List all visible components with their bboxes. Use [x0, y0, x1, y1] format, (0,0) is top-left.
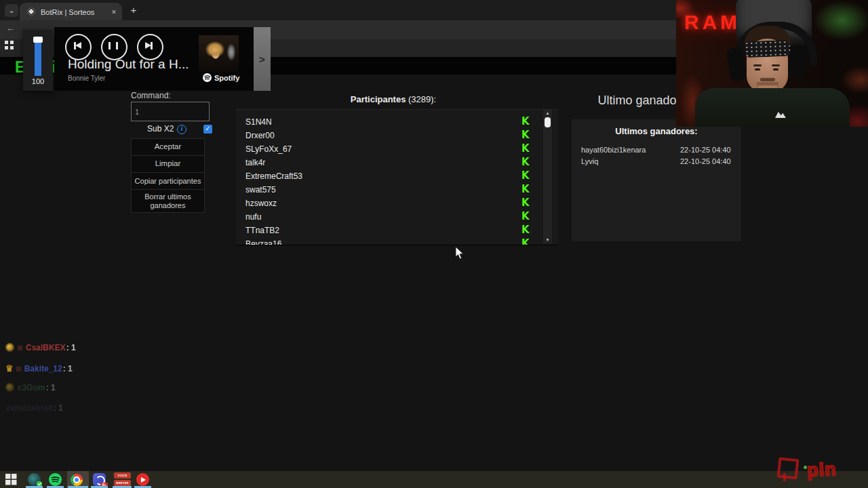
table-row: Lyviq 22-10-25 04:40 — [572, 157, 741, 167]
chat-username: CsalBKEX — [26, 343, 66, 352]
spotify-player-widget: Holding Out for a H... Bonnie Tyler Spot… — [54, 27, 254, 91]
tab-close-icon[interactable]: ✕ — [109, 7, 119, 17]
voicemeeter-taskbar-icon[interactable]: VOICE MEETER — [114, 472, 131, 487]
kick-icon: K — [521, 210, 530, 223]
track-title: Holding Out for a H... — [68, 57, 189, 72]
tab-title: BotRix | Sorteos — [41, 8, 94, 16]
kick-icon: K — [521, 183, 530, 196]
list-item: nufuK — [236, 210, 558, 224]
sub-badge-icon — [16, 367, 21, 371]
command-label: Command: — [131, 91, 171, 100]
chat-username: c3Gum — [18, 383, 45, 392]
chevron-right-icon: > — [259, 54, 265, 65]
sub-x2-checkbox[interactable]: ✓ — [203, 125, 212, 134]
chat-message: zahidzehra8: 1 — [5, 403, 63, 414]
chat-text: 1 — [58, 403, 63, 413]
scrollbar[interactable]: ▲ ▼ — [543, 110, 552, 243]
play-icon — [141, 477, 146, 483]
winners-title: Ultimos ganadores: — [572, 126, 741, 136]
list-item: Beyzaa16K — [236, 237, 558, 245]
bandana — [745, 40, 791, 58]
list-item: ExtremeCraft53K — [236, 169, 558, 183]
command-input[interactable] — [131, 102, 210, 121]
chat-message: c3Gum: 1 — [5, 383, 56, 394]
apps-grid-icon[interactable] — [5, 41, 14, 49]
spotify-taskbar-icon[interactable] — [49, 473, 62, 486]
spotify-logo: Spotify — [203, 73, 239, 82]
botrix-favicon-icon — [26, 7, 36, 16]
scroll-up-icon[interactable]: ▲ — [543, 111, 552, 115]
graffiti-text: pin — [806, 459, 837, 481]
chrome-taskbar-icon[interactable] — [71, 474, 83, 486]
chat-text: 1 — [68, 364, 73, 373]
limpiar-button[interactable]: Limpiar — [131, 155, 205, 173]
winner-date: 22-10-25 04:40 — [680, 157, 731, 165]
winner-name: hayat60bizi1kenara — [581, 146, 646, 154]
participants-count: (3289): — [408, 94, 436, 104]
volume-value: 100 — [23, 77, 53, 85]
youtube-taskbar-icon[interactable] — [136, 473, 149, 486]
track-artist: Bonnie Tyler — [68, 75, 105, 82]
coin-badge-icon — [5, 343, 14, 352]
windows-start-button[interactable] — [5, 474, 18, 487]
kick-icon: K — [521, 224, 530, 237]
participants-list[interactable]: S1N4NK Drxer00K SLyFoXx_67K talk4rK Extr… — [236, 109, 558, 245]
winner-name: Lyviq — [581, 157, 598, 165]
desktop: ⌄ BotRix | Sorteos ✕ + ← E i Command: Su… — [0, 0, 868, 488]
mouse-cursor — [455, 246, 465, 260]
crown-badge-icon: ♛ — [5, 363, 14, 373]
album-art — [199, 35, 239, 72]
volume-popup: 100 — [23, 30, 53, 91]
app-icon-badge[interactable]: 9+ — [93, 473, 106, 486]
spotify-brand-text: Spotify — [214, 74, 239, 82]
chat-message: ♛Bakite_12: 1 — [5, 363, 73, 374]
kick-icon: K — [521, 129, 530, 142]
new-tab-button[interactable]: + — [127, 3, 140, 17]
list-item: S1N4NK — [236, 115, 558, 129]
kick-icon: K — [521, 169, 530, 182]
tab-search-chevron-icon[interactable]: ⌄ — [5, 4, 18, 17]
coin-badge-icon — [5, 383, 14, 392]
headphone-earcup — [787, 43, 809, 79]
list-item: TTnaTB2K — [236, 224, 558, 237]
chat-username: zahidzehra8 — [6, 403, 53, 413]
winners-panel: Ultimos ganadores: hayat60bizi1kenara 22… — [572, 119, 741, 241]
widget-expand-handle[interactable]: > — [254, 27, 271, 91]
graffiti-mark — [777, 458, 800, 480]
sub-badge-icon — [18, 346, 22, 350]
volume-slider-track[interactable] — [35, 43, 41, 76]
table-row: hayat60bizi1kenara 22-10-25 04:40 — [572, 146, 741, 156]
kick-icon: K — [521, 237, 530, 245]
spotify-icon — [203, 73, 212, 82]
graffiti-mark — [783, 473, 786, 481]
browser-tab[interactable]: BotRix | Sorteos ✕ — [20, 3, 122, 20]
copiar-participantes-button[interactable]: Copiar participantes — [131, 172, 205, 190]
chat-text: 1 — [51, 383, 56, 392]
sub-x2-label: Sub X2 — [147, 124, 174, 134]
info-icon[interactable]: i — [177, 125, 186, 134]
borrar-ultimos-ganadores-button[interactable]: Borrar ultimos ganadores — [131, 189, 205, 213]
volume-slider-thumb[interactable] — [33, 37, 43, 43]
list-item: swat575K — [236, 183, 558, 197]
scrollbar-thumb[interactable] — [545, 117, 551, 127]
list-item: Drxer00K — [236, 129, 558, 142]
webcam-overlay: RAMM WAVE — [676, 0, 868, 127]
kick-icon: K — [521, 197, 530, 209]
list-item: SLyFoXx_67K — [236, 142, 558, 156]
chat-username: Bakite_12 — [24, 364, 62, 373]
aceptar-button[interactable]: Aceptar — [131, 138, 205, 156]
kick-icon: K — [521, 115, 530, 128]
list-item: talk4rK — [236, 156, 558, 169]
kick-icon: K — [521, 142, 530, 155]
winner-date: 22-10-25 04:40 — [680, 146, 731, 154]
app-icon-check[interactable] — [28, 473, 41, 486]
list-item: hzswoxzK — [236, 197, 558, 210]
taskbar: 9+ VOICE MEETER — [0, 471, 868, 488]
scroll-down-icon[interactable]: ▼ — [543, 238, 552, 242]
participants-title: Participantes (3289): — [292, 94, 495, 104]
back-icon[interactable]: ← — [6, 23, 15, 33]
kick-icon: K — [521, 156, 530, 169]
streamer-body — [695, 88, 850, 127]
chat-text: 1 — [71, 343, 76, 352]
participants-title-text: Participantes — [351, 94, 406, 104]
